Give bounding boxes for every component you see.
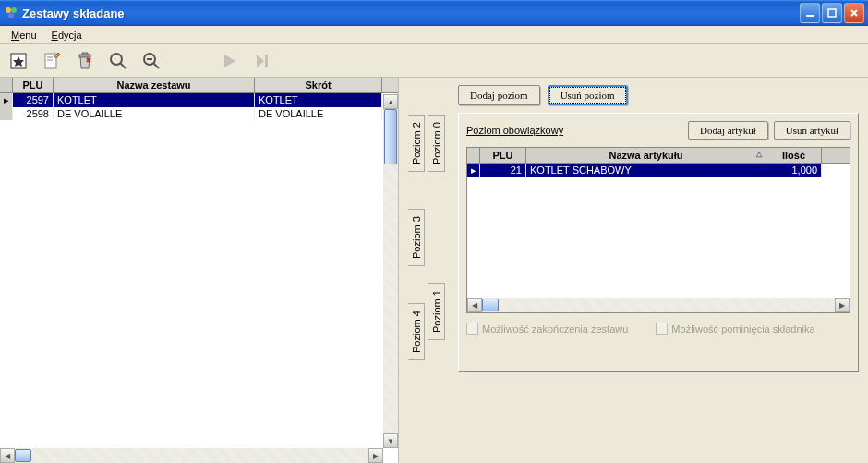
table-row[interactable]: ▸ 21 KOTLET SCHABOWY 1,000 (467, 164, 850, 177)
horizontal-scrollbar[interactable]: ◀ ▶ (0, 448, 383, 463)
scroll-left-icon[interactable]: ◀ (0, 448, 15, 463)
col-short[interactable]: Skrót (255, 78, 382, 92)
skip-icon[interactable] (249, 48, 275, 74)
scroll-right-icon[interactable]: ▶ (835, 298, 850, 312)
menu-menu[interactable]: Menu (4, 28, 44, 43)
titlebar: Zestawy składane (0, 0, 868, 26)
minimize-button[interactable] (800, 3, 820, 23)
col-article-name[interactable]: Nazwa artykułu△ (526, 148, 766, 163)
table-row[interactable]: ▸ 2597 KOTLET KOTLET (0, 93, 398, 107)
table-row[interactable]: 2598 DE VOLAILLE DE VOLAILLE (0, 107, 398, 120)
delete-level-button[interactable]: Usuń poziom (548, 85, 628, 105)
edit-icon[interactable] (39, 48, 65, 74)
sets-grid: PLU Nazwa zestawu Skrót ▸ 2597 KOTLET KO… (0, 78, 399, 463)
window-title: Zestawy składane (22, 6, 800, 20)
svg-rect-4 (828, 9, 836, 17)
app-icon (4, 6, 18, 20)
favorite-icon[interactable] (6, 48, 31, 74)
svg-rect-15 (265, 55, 268, 67)
svg-line-11 (120, 63, 126, 68)
scroll-down-icon[interactable]: ▼ (383, 433, 398, 448)
sort-indicator-icon: △ (756, 150, 762, 158)
zoom-in-icon[interactable] (105, 48, 131, 74)
articles-grid: PLU Nazwa artykułu△ Ilość ▸ 21 KOTLET SC… (466, 147, 850, 313)
delete-icon[interactable] (72, 48, 98, 74)
scroll-left-icon[interactable]: ◀ (467, 298, 482, 312)
skip-ingredient-checkbox: Możliwość pominięcia składnika (656, 323, 814, 335)
svg-rect-3 (806, 15, 814, 17)
tab-poziom-2[interactable]: Poziom 2 (408, 115, 425, 172)
detail-pane: Dodaj poziom Usuń poziom Poziom 2 Poziom… (403, 78, 868, 463)
zoom-out-icon[interactable] (139, 48, 164, 74)
svg-point-2 (8, 13, 14, 18)
scroll-right-icon[interactable]: ▶ (368, 448, 383, 463)
mandatory-level-link[interactable]: Poziom obowiązkowy (466, 125, 563, 136)
checkbox-icon (656, 323, 668, 335)
svg-line-13 (153, 63, 159, 68)
toolbar (0, 44, 868, 78)
maximize-button[interactable] (822, 3, 842, 23)
tab-poziom-0[interactable]: Poziom 0 (428, 115, 445, 172)
col-qty[interactable]: Ilość (766, 148, 822, 163)
delete-article-button[interactable]: Usuń artykuł (774, 121, 850, 140)
close-button[interactable] (844, 3, 864, 23)
row-indicator-header (0, 78, 13, 92)
menu-edycja[interactable]: Edycja (44, 28, 90, 43)
row-pointer-icon: ▸ (467, 164, 480, 177)
svg-point-0 (6, 7, 11, 13)
scroll-up-icon[interactable]: ▲ (383, 94, 398, 109)
finish-set-checkbox: Możliwość zakończenia zestawu (466, 323, 628, 335)
tab-poziom-4[interactable]: Poziom 4 (408, 303, 425, 360)
play-icon[interactable] (216, 48, 242, 74)
svg-point-1 (11, 7, 17, 13)
add-level-button[interactable]: Dodaj poziom (458, 85, 540, 105)
tab-poziom-3[interactable]: Poziom 3 (408, 209, 425, 266)
col-name[interactable]: Nazwa zestawu (54, 78, 255, 92)
horizontal-scrollbar[interactable]: ◀ ▶ (467, 298, 850, 312)
add-article-button[interactable]: Dodaj artykuł (688, 121, 768, 140)
tab-poziom-1[interactable]: Poziom 1 (428, 283, 445, 340)
checkbox-icon (466, 323, 478, 335)
vertical-scrollbar[interactable]: ▲ ▼ (383, 94, 398, 448)
row-pointer-icon: ▸ (0, 93, 13, 107)
col-plu[interactable]: PLU (480, 148, 526, 163)
menubar: Menu Edycja (0, 26, 868, 44)
col-plu[interactable]: PLU (13, 78, 54, 92)
